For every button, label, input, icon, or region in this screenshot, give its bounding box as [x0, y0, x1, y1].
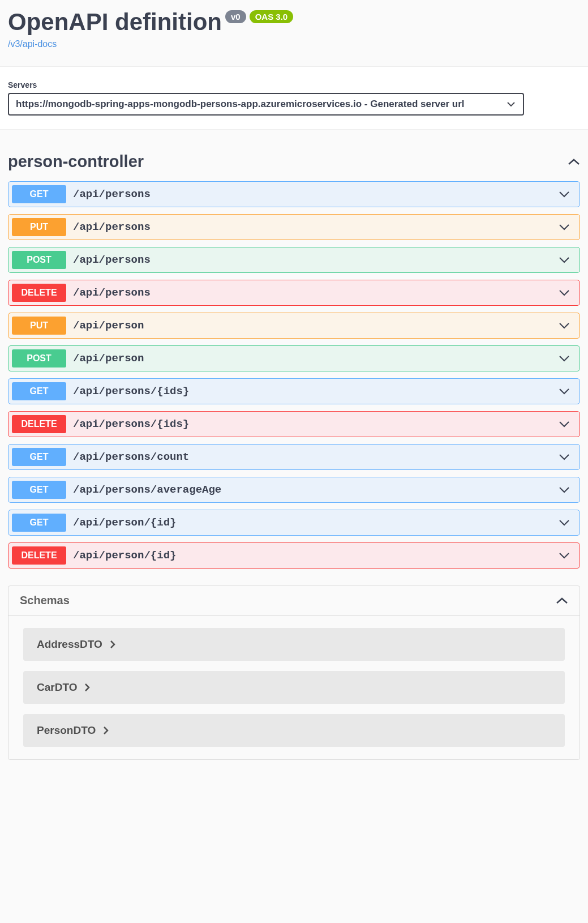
chevron-down-icon [559, 520, 569, 526]
schema-item[interactable]: CarDTO [23, 671, 565, 704]
operation-row[interactable]: DELETE/api/persons/{ids} [8, 411, 580, 437]
chevron-down-icon [559, 224, 569, 230]
server-selected-value: https://mongodb-spring-apps-mongodb-pers… [16, 99, 465, 110]
method-badge: DELETE [12, 415, 66, 433]
operation-row[interactable]: PUT/api/person [8, 313, 580, 339]
schema-item[interactable]: AddressDTO [23, 628, 565, 661]
chevron-down-icon [559, 454, 569, 460]
method-badge: POST [12, 251, 66, 269]
page-title: OpenAPI definition [8, 8, 222, 36]
schema-name: AddressDTO [37, 638, 102, 651]
method-badge: DELETE [12, 546, 66, 565]
method-badge: POST [12, 349, 66, 368]
chevron-up-icon [568, 159, 580, 165]
operation-row[interactable]: DELETE/api/persons [8, 280, 580, 306]
chevron-down-icon [559, 356, 569, 362]
schemas-title: Schemas [20, 594, 70, 607]
operation-row[interactable]: POST/api/persons [8, 247, 580, 273]
operation-row[interactable]: PUT/api/persons [8, 214, 580, 240]
chevron-down-icon [559, 257, 569, 263]
chevron-down-icon [559, 487, 569, 493]
operation-path: /api/persons [73, 188, 559, 200]
operation-path: /api/person/{id} [73, 516, 559, 529]
operation-path: /api/persons/{ids} [73, 385, 559, 398]
chevron-down-icon [559, 191, 569, 198]
operation-path: /api/persons [73, 287, 559, 299]
operation-path: /api/persons/{ids} [73, 418, 559, 430]
chevron-down-icon [559, 323, 569, 329]
operation-row[interactable]: DELETE/api/person/{id} [8, 542, 580, 569]
chevron-down-icon [559, 553, 569, 559]
schemas-list: AddressDTOCarDTOPersonDTO [8, 616, 580, 759]
operation-path: /api/person/{id} [73, 549, 559, 562]
api-docs-link[interactable]: /v3/api-docs [8, 39, 57, 49]
operation-path: /api/person [73, 319, 559, 332]
schemas-header[interactable]: Schemas [8, 586, 580, 616]
chevron-down-icon [507, 102, 515, 106]
operation-row[interactable]: GET/api/persons/{ids} [8, 378, 580, 404]
chevron-down-icon [559, 388, 569, 395]
oas-badge: OAS 3.0 [250, 10, 294, 23]
tag-name: person-controller [8, 152, 144, 171]
operation-row[interactable]: GET/api/person/{id} [8, 510, 580, 536]
chevron-right-icon [110, 640, 115, 648]
servers-label: Servers [8, 80, 580, 89]
title-row: OpenAPI definition v0 OAS 3.0 [8, 8, 580, 36]
server-select[interactable]: https://mongodb-spring-apps-mongodb-pers… [8, 93, 524, 116]
schema-name: CarDTO [37, 681, 77, 694]
method-badge: GET [12, 185, 66, 203]
chevron-right-icon [104, 727, 109, 734]
operation-path: /api/persons [73, 221, 559, 233]
version-badge: v0 [225, 10, 246, 23]
operation-path: /api/persons/count [73, 451, 559, 463]
method-badge: GET [12, 481, 66, 499]
operation-row[interactable]: GET/api/persons/averageAge [8, 477, 580, 503]
operation-row[interactable]: POST/api/person [8, 345, 580, 371]
chevron-down-icon [559, 421, 569, 428]
operation-path: /api/persons [73, 254, 559, 266]
operation-path: /api/person [73, 352, 559, 365]
method-badge: PUT [12, 218, 66, 236]
schema-item[interactable]: PersonDTO [23, 714, 565, 747]
header: OpenAPI definition v0 OAS 3.0 /v3/api-do… [0, 0, 588, 66]
content: person-controller GET/api/personsPUT/api… [0, 130, 588, 768]
chevron-down-icon [559, 290, 569, 296]
schema-name: PersonDTO [37, 724, 96, 737]
tag-header[interactable]: person-controller [8, 147, 580, 181]
chevron-right-icon [85, 683, 90, 691]
schemas-box: Schemas AddressDTOCarDTOPersonDTO [8, 586, 580, 760]
operations-list: GET/api/personsPUT/api/personsPOST/api/p… [8, 181, 580, 569]
method-badge: GET [12, 514, 66, 532]
operation-row[interactable]: GET/api/persons [8, 181, 580, 207]
operation-row[interactable]: GET/api/persons/count [8, 444, 580, 470]
method-badge: GET [12, 448, 66, 466]
operation-path: /api/persons/averageAge [73, 484, 559, 496]
chevron-up-icon [556, 597, 568, 604]
method-badge: PUT [12, 317, 66, 335]
method-badge: DELETE [12, 284, 66, 302]
method-badge: GET [12, 382, 66, 400]
servers-section: Servers https://mongodb-spring-apps-mong… [0, 66, 588, 130]
